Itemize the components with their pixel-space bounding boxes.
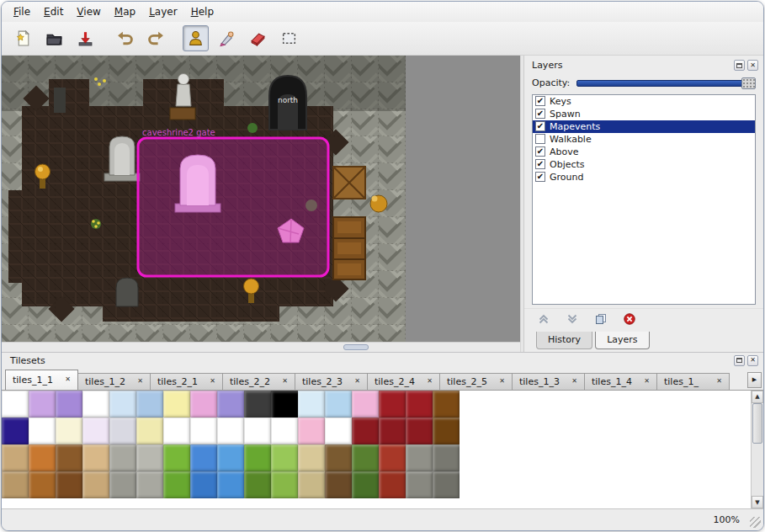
- layer-row-spawn[interactable]: ✔Spawn: [533, 108, 755, 120]
- tileset-tab-tiles_1_2[interactable]: tiles_1_2✕: [77, 373, 151, 390]
- palette-tile[interactable]: [271, 391, 298, 418]
- palette-tile[interactable]: [109, 444, 136, 471]
- palette-tile[interactable]: [136, 444, 163, 471]
- layer-visibility-checkbox[interactable]: ✔: [535, 172, 545, 182]
- menu-help[interactable]: Help: [184, 3, 220, 20]
- palette-tile[interactable]: [271, 444, 298, 471]
- palette-tile[interactable]: [379, 444, 406, 471]
- palette-tile[interactable]: [244, 391, 271, 418]
- palette-tile[interactable]: [109, 471, 136, 498]
- palette-tile[interactable]: [298, 391, 325, 418]
- palette-tile[interactable]: [136, 471, 163, 498]
- palette-tile[interactable]: [433, 471, 460, 498]
- tab-close-icon[interactable]: ✕: [137, 378, 143, 385]
- tileset-palette[interactable]: [2, 391, 751, 509]
- palette-scrollbar[interactable]: ▲ ▼: [751, 391, 763, 509]
- layers-float-button[interactable]: [734, 60, 745, 71]
- palette-tile[interactable]: [29, 471, 56, 498]
- menu-edit[interactable]: Edit: [37, 3, 70, 20]
- layer-visibility-checkbox[interactable]: [535, 134, 545, 144]
- tab-close-icon[interactable]: ✕: [282, 378, 288, 385]
- palette-tile[interactable]: [29, 391, 56, 418]
- select-tool-button[interactable]: [276, 25, 302, 51]
- map-hscroll-thumb[interactable]: [343, 344, 369, 350]
- palette-tile[interactable]: [163, 418, 190, 444]
- layer-visibility-checkbox[interactable]: ✔: [535, 109, 545, 119]
- draw-tool-button[interactable]: [214, 25, 240, 51]
- opacity-slider-track[interactable]: [576, 80, 756, 87]
- palette-tile[interactable]: [82, 391, 109, 418]
- palette-tile[interactable]: [406, 471, 433, 498]
- layers-close-button[interactable]: ✕: [747, 60, 758, 71]
- tileset-tab-tiles_1_[interactable]: tiles_1_✕: [656, 373, 730, 390]
- palette-tile[interactable]: [29, 444, 56, 471]
- redo-button[interactable]: [143, 25, 169, 51]
- palette-tile[interactable]: [82, 444, 109, 471]
- delete-layer-button[interactable]: [622, 312, 637, 327]
- map-selection[interactable]: [138, 138, 328, 276]
- palette-tile[interactable]: [352, 391, 379, 418]
- map-horizontal-scrollbar[interactable]: [2, 342, 520, 352]
- palette-scroll-track[interactable]: [752, 403, 763, 497]
- palette-tile[interactable]: [244, 471, 271, 498]
- duplicate-layer-button[interactable]: [593, 312, 608, 327]
- palette-tile[interactable]: [56, 391, 82, 418]
- menu-file[interactable]: File: [7, 3, 37, 20]
- tileset-tab-tiles_2_5[interactable]: tiles_2_5✕: [439, 373, 513, 390]
- palette-tile[interactable]: [406, 418, 433, 444]
- palette-tile[interactable]: [29, 418, 56, 444]
- tilesets-close-button[interactable]: ✕: [747, 355, 758, 366]
- opacity-slider-handle[interactable]: [741, 77, 756, 89]
- palette-tile[interactable]: [2, 471, 29, 498]
- new-button[interactable]: [10, 25, 36, 51]
- tab-close-icon[interactable]: ✕: [354, 378, 360, 385]
- layer-visibility-checkbox[interactable]: ✔: [535, 96, 545, 106]
- palette-tile[interactable]: [82, 418, 109, 444]
- dock-tab-layers[interactable]: Layers: [595, 332, 649, 349]
- palette-tile[interactable]: [163, 471, 190, 498]
- tileset-tab-tiles_1_3[interactable]: tiles_1_3✕: [512, 373, 585, 390]
- tileset-tab-tiles_2_3[interactable]: tiles_2_3✕: [295, 373, 368, 390]
- palette-tile[interactable]: [298, 471, 325, 498]
- tileset-tab-tiles_2_1[interactable]: tiles_2_1✕: [150, 373, 223, 390]
- palette-tile[interactable]: [352, 418, 379, 444]
- palette-tile[interactable]: [433, 418, 460, 444]
- palette-tile[interactable]: [352, 444, 379, 471]
- palette-tile[interactable]: [379, 391, 406, 418]
- palette-tile[interactable]: [217, 444, 244, 471]
- tileset-tab-tiles_1_1[interactable]: tiles_1_1✕: [5, 370, 78, 390]
- palette-tile[interactable]: [190, 391, 217, 418]
- palette-tile[interactable]: [325, 444, 352, 471]
- tab-close-icon[interactable]: ✕: [65, 376, 71, 383]
- eraser-tool-button[interactable]: [245, 25, 271, 51]
- palette-tile[interactable]: [56, 471, 82, 498]
- palette-tile[interactable]: [109, 418, 136, 444]
- tabs-scroll-right-button[interactable]: ▶: [747, 372, 762, 388]
- tileset-tab-tiles_2_2[interactable]: tiles_2_2✕: [222, 373, 295, 390]
- palette-tile[interactable]: [325, 418, 352, 444]
- tab-close-icon[interactable]: ✕: [571, 378, 577, 385]
- palette-tile[interactable]: [190, 444, 217, 471]
- layer-row-above[interactable]: ✔Above: [533, 146, 755, 158]
- palette-tile[interactable]: [2, 444, 29, 471]
- resize-grip[interactable]: [750, 517, 761, 528]
- palette-tile[interactable]: [379, 471, 406, 498]
- menu-layer[interactable]: Layer: [142, 3, 183, 20]
- palette-tile[interactable]: [163, 391, 190, 418]
- palette-tile[interactable]: [136, 418, 163, 444]
- palette-tile[interactable]: [406, 391, 433, 418]
- tab-close-icon[interactable]: ✕: [644, 378, 650, 385]
- palette-tile[interactable]: [244, 418, 271, 444]
- undo-button[interactable]: [112, 25, 138, 51]
- layer-row-walkable[interactable]: Walkable: [533, 133, 755, 146]
- palette-tile[interactable]: [56, 444, 82, 471]
- palette-tile[interactable]: [190, 418, 217, 444]
- layer-row-objects[interactable]: ✔Objects: [533, 158, 755, 171]
- palette-tile[interactable]: [298, 418, 325, 444]
- layer-row-mapevents[interactable]: ✔Mapevents: [533, 120, 755, 133]
- tilesets-float-button[interactable]: [734, 355, 745, 366]
- tileset-tab-tiles_2_4[interactable]: tiles_2_4✕: [367, 373, 440, 390]
- raise-layer-button[interactable]: [536, 312, 551, 327]
- palette-tile[interactable]: [217, 471, 244, 498]
- tab-close-icon[interactable]: ✕: [499, 378, 505, 385]
